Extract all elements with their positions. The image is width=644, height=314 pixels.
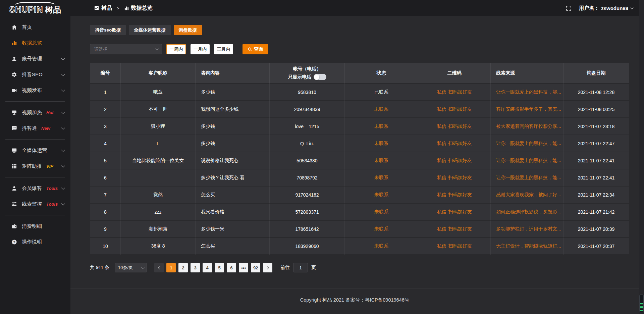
cell-qrcode: 私信扫码加好友 <box>418 118 491 135</box>
tab-omni-media-data[interactable]: 全媒体运营数据 <box>129 25 171 35</box>
sidebar-item-matrix-boost[interactable]: 矩阵助推 VIP <box>0 158 70 174</box>
main-content: 抖音seo数据 全媒体运营数据 询盘数据 请选择 一周内 一月内 三月内 查询 … <box>70 16 639 314</box>
sidebar-item-douyin-seo[interactable]: 抖音SEO <box>0 67 70 83</box>
next-page-button[interactable] <box>263 263 272 272</box>
lead-source-link[interactable]: 让你一眼就爱上的黑科技，能... <box>496 175 561 180</box>
user-menu[interactable]: 用户名：zswodun88 <box>579 5 633 11</box>
scan-add-friend-link[interactable]: 扫码加好友 <box>448 209 472 214</box>
cell-status: 未联系 <box>345 204 418 221</box>
page-number-button[interactable]: 3 <box>191 263 200 272</box>
sidebar-item-video-heat[interactable]: 视频加热 Hot <box>0 105 70 120</box>
filter-select[interactable]: 请选择 <box>90 44 162 54</box>
sidebar-item-video-publish[interactable]: 视频发布 <box>0 83 70 98</box>
lead-source-link[interactable]: 无主灯设计，智能磁吸轨道灯... <box>496 243 561 249</box>
sidebar-item-douketong[interactable]: 抖客通 New <box>0 120 70 136</box>
lead-source-link[interactable]: 多功能护栏灯，适用于乡村文... <box>496 226 561 231</box>
lead-source-link[interactable]: 让你一眼就爱上的黑科技，能... <box>496 89 561 95</box>
private-message-link[interactable]: 私信 <box>437 106 446 112</box>
page-size-select[interactable]: 10条/页 <box>115 263 147 272</box>
sidebar-item-home[interactable]: 首页 <box>0 19 70 35</box>
goto-page-input[interactable] <box>293 263 308 272</box>
private-message-link[interactable]: 私信 <box>437 123 446 129</box>
private-message-link[interactable]: 私信 <box>437 192 446 197</box>
breadcrumb-current: 数据总览 <box>124 5 153 12</box>
tab-douyin-seo-data[interactable]: 抖音seo数据 <box>90 25 126 35</box>
lead-source-link[interactable]: 让你一眼就爱上的黑科技，能... <box>496 141 561 146</box>
cell-id: 1 <box>90 84 121 101</box>
tab-inquiry-data[interactable]: 询盘数据 <box>174 25 202 35</box>
scan-add-friend-link[interactable]: 扫码加好友 <box>448 89 472 95</box>
page-size-value: 10条/页 <box>118 265 133 271</box>
sidebar-item-data-overview[interactable]: 数据总览 <box>0 35 70 51</box>
prev-page-button[interactable] <box>154 263 164 272</box>
private-message-link[interactable]: 私信 <box>437 243 446 249</box>
status-text: 未联系 <box>374 141 388 146</box>
cell-account: love__1215 <box>270 118 345 135</box>
fullscreen-icon[interactable] <box>566 5 572 11</box>
private-message-link[interactable]: 私信 <box>437 141 446 146</box>
new-badge: New <box>41 126 50 131</box>
sidebar-item-omni-media[interactable]: 全媒体运营 <box>0 143 70 158</box>
sidebar-item-instructions[interactable]: ? 操作说明 <box>0 234 70 250</box>
page-number-button[interactable]: 92 <box>251 263 260 272</box>
scan-add-friend-link[interactable]: 扫码加好友 <box>448 106 472 112</box>
private-message-link[interactable]: 私信 <box>437 226 446 231</box>
sidebar-item-member-burst[interactable]: 会员爆客 Tools <box>0 180 70 196</box>
query-button[interactable]: 查询 <box>243 44 268 54</box>
private-message-link[interactable]: 私信 <box>437 175 446 180</box>
lead-source-link[interactable]: 让你一眼就爱上的黑科技，能... <box>496 158 561 163</box>
monitor-plug-icon <box>11 110 17 115</box>
scan-add-friend-link[interactable]: 扫码加好友 <box>448 175 472 180</box>
grid-icon <box>11 163 17 169</box>
scrollbar-track[interactable] <box>639 0 644 314</box>
page-number-button[interactable]: 4 <box>203 263 212 272</box>
header-content: 咨询内容 <box>196 63 270 84</box>
scan-add-friend-link[interactable]: 扫码加好友 <box>448 123 472 129</box>
table-row: 9 潮起潮落 多少钱一米 178651642 未联系 私信扫码加好友 多功能护栏… <box>90 221 629 238</box>
private-message-link[interactable]: 私信 <box>437 89 446 95</box>
cell-lead-source: 感谢大家喜欢我家，被问了好... <box>491 187 564 204</box>
page-number-button[interactable]: ••• <box>239 263 248 272</box>
cell-inquiry-date: 2021-11-07 22:41 <box>564 152 629 169</box>
corner-widget[interactable] <box>639 295 644 312</box>
filter-one-month-button[interactable]: 一月内 <box>191 44 210 54</box>
sidebar-item-lead-monitor[interactable]: 线索监控 Tools <box>0 196 70 212</box>
sidebar-item-label: 首页 <box>22 24 32 31</box>
filter-three-months-button[interactable]: 三月内 <box>214 44 233 54</box>
private-message-link[interactable]: 私信 <box>437 209 446 214</box>
cell-content: 怎么买 <box>196 238 270 255</box>
status-text: 未联系 <box>374 243 388 249</box>
lead-source-link[interactable]: 被大家追着问的客厅投影分享... <box>496 123 561 129</box>
private-message-link[interactable]: 私信 <box>437 158 446 163</box>
page-number-button[interactable]: 2 <box>178 263 188 272</box>
scan-add-friend-link[interactable]: 扫码加好友 <box>448 141 472 146</box>
filter-one-week-button[interactable]: 一周内 <box>166 44 186 54</box>
sidebar-item-account-management[interactable]: 账号管理 <box>0 51 70 67</box>
scan-add-friend-link[interactable]: 扫码加好友 <box>448 243 472 249</box>
sidebar-item-expense-detail[interactable]: 消费明细 <box>0 218 70 234</box>
page-number-button[interactable]: 1 <box>166 263 176 272</box>
page-buttons: 1 2 3 4 5 6 ••• 92 <box>166 263 263 272</box>
lead-source-link[interactable]: 感谢大家喜欢我家，被问了好... <box>496 192 561 197</box>
scan-add-friend-link[interactable]: 扫码加好友 <box>448 158 472 163</box>
cell-account: 183929060 <box>270 238 345 255</box>
scan-add-friend-link[interactable]: 扫码加好友 <box>448 226 472 231</box>
phone-only-toggle[interactable] <box>314 74 326 80</box>
lead-source-link[interactable]: 如何正确选择投影仪，买投影... <box>496 209 561 214</box>
sidebar-item-label: 抖客通 <box>22 125 37 132</box>
cell-lead-source: 让你一眼就爱上的黑科技，能... <box>491 84 564 101</box>
cell-inquiry-date: 2021-11-07 23:18 <box>564 118 629 135</box>
table-row: 4 L 多少钱 Q_Liu. 未联系 私信扫码加好友 让你一眼就爱上的黑科技，能… <box>90 135 629 152</box>
cell-lead-source: 无主灯设计，智能磁吸轨道灯... <box>491 238 564 255</box>
cell-account: 572803371 <box>270 204 345 221</box>
breadcrumb: 树品 > 数据总览 <box>94 5 153 12</box>
cell-account: 178651642 <box>270 221 345 238</box>
page-number-button[interactable]: 5 <box>215 263 224 272</box>
scan-add-friend-link[interactable]: 扫码加好友 <box>448 192 472 197</box>
breadcrumb-root[interactable]: 树品 <box>94 5 112 12</box>
page-number-button[interactable]: 6 <box>227 263 236 272</box>
cell-id: 7 <box>90 187 121 204</box>
menu-divider <box>5 101 65 102</box>
lead-source-link[interactable]: 客厅安装投影半年多了，真实... <box>496 106 561 112</box>
cell-inquiry-date: 2021-11-08 12:28 <box>564 84 629 101</box>
